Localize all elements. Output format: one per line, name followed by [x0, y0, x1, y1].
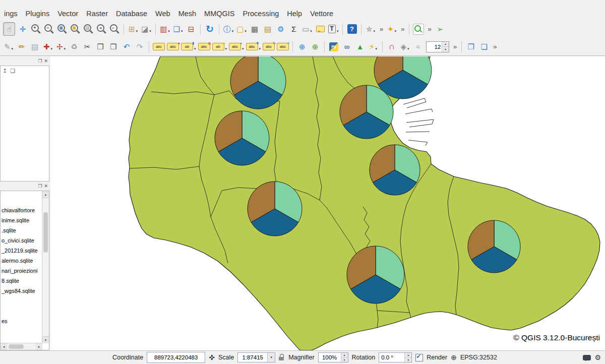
toolbar-overflow-chevron[interactable]: »: [428, 25, 431, 33]
toolbar-overflow-chevron[interactable]: »: [401, 25, 404, 33]
quick-map-services-button[interactable]: ⚡▾: [368, 40, 379, 53]
rotate-label-button[interactable]: abc↻: [263, 40, 275, 53]
highlight-pinned-labels-button[interactable]: abc◍: [198, 40, 210, 53]
redo-button[interactable]: ↷: [134, 40, 145, 53]
pan-map-button[interactable]: ☝: [3, 22, 15, 36]
zoom-in-button[interactable]: +: [30, 23, 41, 35]
chevron-down-icon[interactable]: ▾: [194, 47, 196, 53]
map-svg[interactable]: © QGIS 3.12.0-București: [50, 56, 605, 350]
chevron-down-icon[interactable]: ▾: [149, 29, 151, 35]
duplicate-layer-button[interactable]: ❏: [478, 40, 490, 53]
scale-combo[interactable]: ▾: [237, 352, 275, 362]
menu-item-database[interactable]: Database: [112, 8, 151, 19]
step-down-icon[interactable]: ▾: [405, 357, 411, 362]
collapse-tree-tool-icon[interactable]: ↥: [3, 68, 7, 74]
zoom-full-extent-button[interactable]: ▣: [56, 23, 68, 35]
save-layer-edits-button[interactable]: ▤: [29, 40, 40, 53]
copy-features-button[interactable]: ❐: [95, 40, 106, 53]
chevron-down-icon[interactable]: ▾: [242, 47, 244, 53]
step-up-icon[interactable]: ▴: [442, 42, 449, 47]
epsg-label[interactable]: EPSG:32532: [460, 354, 497, 361]
toggle-editing-button[interactable]: ✏: [16, 40, 27, 53]
chevron-down-icon[interactable]: ▾: [374, 29, 376, 35]
show-statistical-summary-button[interactable]: Σ: [288, 23, 299, 35]
chevron-down-icon[interactable]: ▾: [259, 47, 261, 53]
change-label-button[interactable]: abc✔: [277, 40, 289, 53]
chevron-down-icon[interactable]: ▾: [310, 29, 312, 35]
chevron-down-icon[interactable]: ▾: [267, 353, 275, 362]
toolbar-overflow-chevron[interactable]: »: [380, 25, 383, 33]
chevron-down-icon[interactable]: ▾: [181, 29, 183, 35]
pin-tool-button[interactable]: ✮▾: [365, 23, 376, 35]
snapping-tolerance-input[interactable]: [427, 42, 442, 52]
qgis-cloud-plugin-button[interactable]: ➢: [435, 23, 446, 35]
toolbar-overflow-chevron[interactable]: »: [493, 43, 496, 50]
scroll-right-icon[interactable]: ▸: [36, 343, 42, 350]
panel-options-tool-icon[interactable]: ❑: [10, 68, 15, 74]
open-attribute-table-button[interactable]: ▦: [249, 23, 260, 35]
show-hide-labels-button[interactable]: ab●▾: [212, 40, 227, 53]
chevron-down-icon[interactable]: ▾: [337, 29, 339, 35]
menu-item-raster[interactable]: Raster: [82, 8, 112, 19]
snapping-tolerance-spinbox[interactable]: ▴▾: [426, 41, 449, 52]
current-edits-button[interactable]: ✎▾: [3, 40, 14, 53]
layer-diagram-options-button[interactable]: abc●: [167, 40, 179, 53]
zoom-last-button[interactable]: ◂: [96, 23, 107, 35]
gear-icon[interactable]: ⚙: [594, 354, 601, 361]
menu-item-mmqgis[interactable]: MMQGIS: [200, 8, 238, 19]
rotation-input[interactable]: [379, 353, 404, 362]
map-canvas[interactable]: © QGIS 3.12.0-București: [50, 56, 605, 350]
copy-style-button[interactable]: ❐: [465, 40, 476, 53]
new-map-view-button[interactable]: ⊞▾: [128, 23, 139, 35]
field-calculator-button[interactable]: ▤: [262, 23, 273, 35]
layers-panel[interactable]: ↥❑: [0, 66, 49, 181]
map-tips-button[interactable]: [315, 23, 326, 35]
chevron-down-icon[interactable]: ▾: [136, 29, 138, 35]
render-checkbox[interactable]: [415, 354, 423, 361]
magnifier-input[interactable]: [319, 353, 341, 362]
profile-tool-button[interactable]: ▲: [354, 40, 366, 53]
metasearch-catalog-button[interactable]: ⊕: [296, 40, 308, 53]
tracing-button[interactable]: ≈: [412, 40, 424, 53]
text-annotation-button[interactable]: T▾: [328, 23, 339, 35]
chevron-down-icon[interactable]: ▾: [245, 29, 247, 35]
snapping-toggle-button[interactable]: ∩: [386, 40, 397, 53]
horizontal-scrollbar[interactable]: ◂ ▸: [1, 343, 42, 350]
add-feature-button[interactable]: ✚▾: [42, 40, 53, 53]
messages-bubble-icon[interactable]: [583, 355, 591, 360]
lock-icon[interactable]: [279, 354, 285, 361]
help-button[interactable]: ?: [346, 23, 357, 35]
menu-item-ings[interactable]: ings: [0, 8, 22, 19]
zoom-to-selection-button[interactable]: ▣: [70, 23, 81, 35]
chevron-down-icon[interactable]: ▾: [395, 29, 397, 35]
vertical-scroll-thumb[interactable]: [43, 212, 48, 253]
vertical-scrollbar[interactable]: ▴ ▾: [42, 191, 49, 343]
menu-item-web[interactable]: Web: [151, 8, 174, 19]
chevron-down-icon[interactable]: ▾: [376, 47, 378, 53]
menu-item-help[interactable]: Help: [283, 8, 306, 19]
menu-item-processing[interactable]: Processing: [239, 8, 283, 19]
scroll-down-icon[interactable]: ▾: [42, 336, 49, 343]
horizontal-scroll-thumb[interactable]: [9, 344, 24, 349]
undo-button[interactable]: ↶: [121, 40, 132, 53]
close-panel-icon[interactable]: ✕: [44, 59, 48, 64]
plugin-tool-a-button[interactable]: ✦▾: [386, 23, 397, 35]
label-visibility-button[interactable]: abc●▾: [229, 40, 244, 53]
menu-item-vettore[interactable]: Vettore: [306, 8, 337, 19]
cut-features-button[interactable]: ✂: [82, 40, 93, 53]
vertex-tool-button[interactable]: ✢▾: [55, 40, 67, 53]
layer-labeling-options-button[interactable]: abc: [153, 40, 165, 53]
paste-features-button[interactable]: ❒: [108, 40, 119, 53]
python-console-button[interactable]: Py: [328, 40, 339, 53]
chevron-down-icon[interactable]: ▾: [12, 47, 14, 53]
pan-map-to-selection-button[interactable]: ✛: [17, 23, 28, 35]
menu-item-vector[interactable]: Vector: [53, 8, 82, 19]
step-down-icon[interactable]: ▾: [442, 46, 449, 52]
scroll-left-icon[interactable]: ◂: [1, 343, 7, 350]
step-up-icon[interactable]: ▴: [405, 353, 411, 357]
search-binoculars-button[interactable]: ∞: [341, 40, 352, 53]
select-features-button[interactable]: ▢▾: [236, 23, 247, 35]
web-service-globe-button[interactable]: ⊕: [310, 40, 321, 53]
zoom-out-button[interactable]: −: [43, 23, 54, 35]
chevron-down-icon[interactable]: ▾: [168, 29, 170, 35]
